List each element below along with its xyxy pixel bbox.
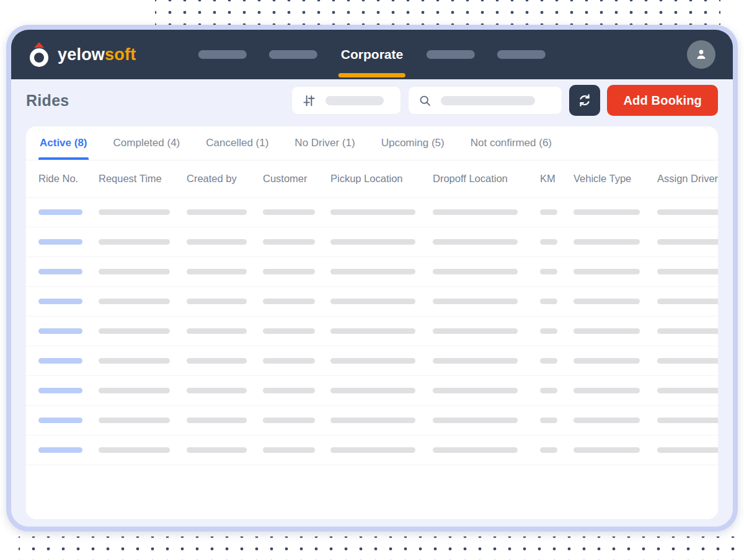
column-header-request-time: Request Time — [99, 173, 187, 185]
refresh-button[interactable] — [569, 85, 600, 116]
table-cell — [99, 418, 187, 423]
top-navbar: yelowsoft Corporate — [11, 30, 733, 79]
table-cell — [187, 358, 263, 364]
skeleton-pill — [38, 447, 82, 453]
table-cell — [657, 358, 718, 364]
table-row[interactable] — [26, 376, 718, 406]
table-row[interactable] — [26, 257, 718, 287]
table-cell — [433, 447, 540, 453]
table-cell — [574, 358, 657, 364]
dot-grid-bottom — [19, 536, 738, 560]
table-cell — [263, 239, 330, 245]
table-body — [26, 198, 718, 465]
search-placeholder — [441, 96, 535, 105]
add-booking-button[interactable]: Add Booking — [607, 85, 718, 116]
nav-placeholder-item[interactable] — [497, 50, 546, 59]
table-cell — [263, 358, 330, 364]
column-header-vehicle-type: Vehicle Type — [574, 173, 657, 185]
tab-upcoming-5[interactable]: Upcoming (5) — [380, 126, 446, 160]
table-cell — [38, 239, 99, 245]
table-cell — [38, 299, 99, 304]
skeleton-pill — [574, 388, 640, 393]
table-cell — [574, 209, 657, 215]
column-header-assign-driver: Assign Driver — [657, 173, 718, 185]
user-avatar[interactable] — [687, 40, 715, 69]
table-row[interactable] — [26, 287, 718, 317]
skeleton-pill — [187, 328, 247, 334]
nav-placeholder-item[interactable] — [427, 50, 475, 59]
skeleton-pill — [574, 418, 640, 423]
column-header-pickup-location: Pickup Location — [330, 173, 433, 185]
table-cell — [263, 209, 330, 215]
skeleton-pill — [540, 418, 557, 423]
tab-active-8[interactable]: Active (8) — [38, 126, 89, 160]
table-cell — [330, 358, 433, 364]
table-header-row: Ride No.Request TimeCreated byCustomerPi… — [26, 160, 718, 198]
brand-logo[interactable]: yelowsoft — [29, 42, 136, 67]
table-cell — [540, 299, 574, 304]
table-cell — [657, 299, 718, 304]
search-icon — [418, 94, 432, 107]
table-cell — [540, 447, 574, 453]
table-cell — [433, 358, 540, 364]
skeleton-pill — [657, 418, 718, 423]
tab-not-confirmed-6[interactable]: Not confirmed (6) — [469, 126, 553, 160]
skeleton-pill — [38, 209, 82, 215]
skeleton-pill — [574, 269, 640, 274]
nav-item-corporate[interactable]: Corporate — [340, 47, 404, 62]
skeleton-pill — [433, 358, 518, 364]
search-input[interactable] — [408, 86, 562, 115]
table-cell — [330, 269, 433, 274]
skeleton-pill — [433, 239, 518, 245]
table-cell — [657, 447, 718, 453]
table-cell — [38, 209, 99, 215]
skeleton-pill — [657, 269, 718, 274]
table-cell — [330, 388, 433, 393]
tab-cancelled-1[interactable]: Cancelled (1) — [205, 126, 270, 160]
skeleton-pill — [433, 209, 518, 215]
table-cell — [433, 328, 540, 334]
table-cell — [657, 328, 718, 334]
skeleton-pill — [263, 209, 315, 215]
table-cell — [540, 418, 574, 423]
table-row[interactable] — [26, 435, 718, 465]
nav-placeholder-item[interactable] — [269, 50, 317, 59]
table-cell — [574, 269, 657, 274]
filter-control[interactable] — [291, 86, 401, 115]
skeleton-pill — [263, 269, 315, 274]
table-cell — [574, 299, 657, 304]
dot-grid-top — [155, 0, 720, 25]
table-row[interactable] — [26, 227, 718, 257]
skeleton-pill — [38, 388, 82, 393]
table-cell — [574, 447, 657, 453]
skeleton-pill — [263, 328, 315, 334]
table-cell — [99, 269, 187, 274]
skeleton-pill — [540, 209, 557, 215]
page-title: Rides — [26, 92, 69, 110]
skeleton-pill — [187, 447, 247, 453]
table-cell — [540, 269, 574, 274]
skeleton-pill — [99, 209, 170, 215]
table-row[interactable] — [26, 406, 718, 435]
table-row[interactable] — [26, 346, 718, 376]
app-window: yelowsoft Corporate Rides — [6, 25, 738, 532]
skeleton-pill — [540, 269, 557, 274]
nav-placeholder-item[interactable] — [198, 50, 247, 59]
table-cell — [99, 447, 187, 453]
table-row[interactable] — [26, 317, 718, 346]
skeleton-pill — [574, 299, 640, 304]
table-cell — [99, 209, 187, 215]
table-row[interactable] — [26, 198, 718, 227]
table-cell — [540, 388, 574, 393]
tab-completed-4[interactable]: Completed (4) — [112, 126, 182, 160]
table-cell — [433, 388, 540, 393]
table-cell — [99, 299, 187, 304]
column-header-dropoff-location: Dropoff Location — [433, 173, 540, 185]
table-cell — [263, 447, 330, 453]
table-cell — [433, 299, 540, 304]
tab-no-driver-1[interactable]: No Driver (1) — [293, 126, 356, 160]
skeleton-pill — [574, 239, 640, 245]
table-cell — [99, 328, 187, 334]
table-cell — [540, 209, 574, 215]
table-cell — [657, 239, 718, 245]
